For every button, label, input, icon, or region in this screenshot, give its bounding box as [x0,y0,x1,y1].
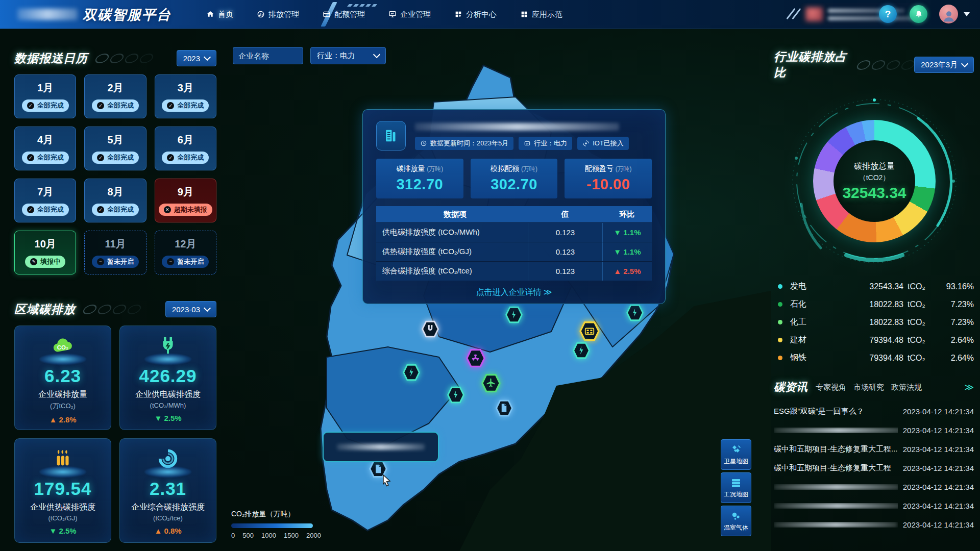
clock-icon [420,140,427,147]
map-marker-bolt[interactable] [505,306,523,324]
month-status-badge: ✓ 全部完成 [22,152,69,164]
news-item[interactable]: 2023-04-12 14:21:34 [774,496,974,515]
regional-period-select[interactable]: 2023-03 [165,301,216,317]
tag-label: 数据更新时间：2023年5月 [430,139,508,148]
industry-legend-row: 钢铁 79394.48 tCO₂ 2.64% [778,349,974,367]
calendar-month-7月[interactable]: 7月 ✓ 全部完成 [14,179,76,222]
main-nav: 首页排放管理配额管理企业管理分析中心应用示范 [206,0,562,29]
calendar-month-9月[interactable]: 9月 ✕ 超期未填报 [155,179,216,222]
calendar-month-11月[interactable]: 11月 − 暂未开启 [84,231,146,274]
news-timestamp: 2023-04-12 14:21:34 [903,445,974,454]
map-marker-bolt[interactable] [572,341,591,360]
co2-tick-label: 1000 [261,532,276,539]
enterprise-icon [388,10,397,18]
map-layer-button-molecule[interactable]: 温室气体 [721,506,751,536]
news-tab[interactable]: 专家视角 [816,383,846,392]
chevron-down-icon [373,51,380,58]
news-item[interactable]: 2023-04-12 14:21:34 [774,478,974,496]
news-panel-title: 碳资讯 [774,380,807,395]
nav-item-apps[interactable]: 应用示范 [520,10,562,19]
map-co2-legend: CO₂排放量（万吨） 0500100015002000 [231,510,321,539]
legend-name: 发电 [790,281,828,292]
calendar-month-10月[interactable]: 10月 ✎ 填报中 [14,231,76,274]
map-marker-bolt[interactable] [626,304,644,322]
stat-value: 302.70 [491,176,537,193]
map-marker-magnet[interactable] [421,320,439,338]
enterprise-search-input[interactable] [233,47,303,64]
month-status-badge: ✓ 全部完成 [162,99,209,112]
legend-name: 建材 [790,335,828,345]
nav-item-emission[interactable]: 排放管理 [257,10,299,19]
map-marker-bolt[interactable] [447,386,465,404]
month-label: 5月 [107,133,123,147]
map-marker-plane[interactable] [481,373,501,393]
enterprise-detail-link[interactable]: 点击进入企业详情 ≫ [376,287,652,298]
news-title-blurred [774,428,898,433]
legend-dot [778,356,782,360]
calendar-month-12月[interactable]: 12月 − 暂未开启 [155,231,216,274]
calendar-month-4月[interactable]: 4月 ✓ 全部完成 [14,127,76,170]
nav-item-label: 分析中心 [466,10,497,19]
quota-icon [323,10,331,18]
news-more-link[interactable]: ≫ [964,382,974,393]
user-avatar[interactable] [939,5,958,23]
news-item[interactable]: 碳中和五期项目-生态修复重大工程...2023-04-12 14:21:34 [774,440,974,459]
map-layer-button-satellite[interactable]: 卫星地图 [721,439,751,470]
card-trend: ▼ 2.5% [154,414,181,422]
doc-icon [499,403,509,413]
map-marker-bolt[interactable] [402,363,421,382]
calendar-month-5月[interactable]: 5月 ✓ 全部完成 [84,127,146,170]
card-label: 企业供热碳排强度 [30,502,95,513]
calendar-month-6月[interactable]: 6月 ✓ 全部完成 [155,127,216,170]
regional-card: 179.54 企业供热碳排强度 (tCO₂/GJ) ▼ 2.5% [14,438,111,543]
regional-card: CO₂ 6.23 企业碳排放量 (万tCO₂) ▲ 2.8% [14,325,111,430]
card-value: 179.54 [34,479,91,499]
legend-unit: tCO₂ [908,336,934,345]
help-button[interactable]: ? [879,5,897,23]
map-marker-radiation[interactable] [465,348,486,368]
legend-dot [778,338,782,342]
industry-period-select[interactable]: 2023年3月 [914,57,974,73]
notifications-button[interactable] [910,5,927,23]
industry-filter-select[interactable]: 行业：电力 [310,47,386,64]
calendar-month-8月[interactable]: 8月 ✓ 全部完成 [84,179,146,222]
month-status-badge: ✎ 填报中 [25,256,65,268]
title-ring-decor [857,60,914,70]
nav-item-quota[interactable]: 配额管理 [323,10,365,19]
status-badge-icon: ✓ [97,206,104,213]
calendar-month-1月[interactable]: 1月 ✓ 全部完成 [14,74,76,118]
user-menu-caret-icon[interactable] [964,12,970,16]
map-layer-button-servers[interactable]: 工况地图 [721,472,751,503]
industry-period-value: 2023年3月 [921,60,958,70]
news-tab[interactable]: 政策法规 [891,383,922,392]
calendar-month-2月[interactable]: 2月 ✓ 全部完成 [84,74,146,118]
news-item[interactable]: 2023-04-12 14:21:34 [774,421,974,440]
bolt-icon [576,345,586,355]
co2-legend-title: CO₂排放量（万吨） [231,510,321,519]
status-badge-icon: ✓ [27,102,34,109]
month-status-badge: ✕ 超期未填报 [159,204,212,216]
regional-card-grid: CO₂ 6.23 企业碳排放量 (万tCO₂) ▲ 2.8% 426.29 企业… [14,325,216,543]
nav-item-enterprise[interactable]: 企业管理 [388,10,431,19]
map-marker-doc[interactable] [495,399,513,417]
chevron-down-icon [961,60,968,67]
calendar-month-3月[interactable]: 3月 ✓ 全部完成 [155,74,216,118]
nav-item-analysis[interactable]: 分析中心 [454,10,497,19]
table-cell-value: 0.123 [528,242,602,261]
month-status-text: 超期未填报 [174,205,207,214]
icon-pedestal-glow [144,354,191,365]
map-marker-grid[interactable] [579,320,600,342]
card-trend: ▲ 2.8% [49,415,76,424]
table-row: 供电碳排放强度 (tCO₂/MWh) 0.123 ▼ 1.1% [376,222,652,242]
stat-value: -10.00 [586,176,630,193]
news-item[interactable]: ESG跟“双碳”是一回事么？2023-04-12 14:21:34 [774,402,974,421]
news-tab[interactable]: 市场研究 [853,383,884,392]
col-header: 环比 [602,206,652,222]
news-item[interactable]: 2023-04-12 14:21:34 [774,515,974,534]
news-item[interactable]: 碳中和五期项目-生态修复重大工程2023-04-12 14:21:34 [774,459,974,478]
industry-legend-row: 建材 79394.48 tCO₂ 2.64% [778,331,974,349]
card-trend: ▼ 2.5% [49,527,76,535]
nav-item-home[interactable]: 首页 [206,10,233,19]
industry-legend-row: 化工 18022.83 tCO₂ 7.23% [778,313,974,331]
calendar-year-select[interactable]: 2023 [177,50,216,66]
